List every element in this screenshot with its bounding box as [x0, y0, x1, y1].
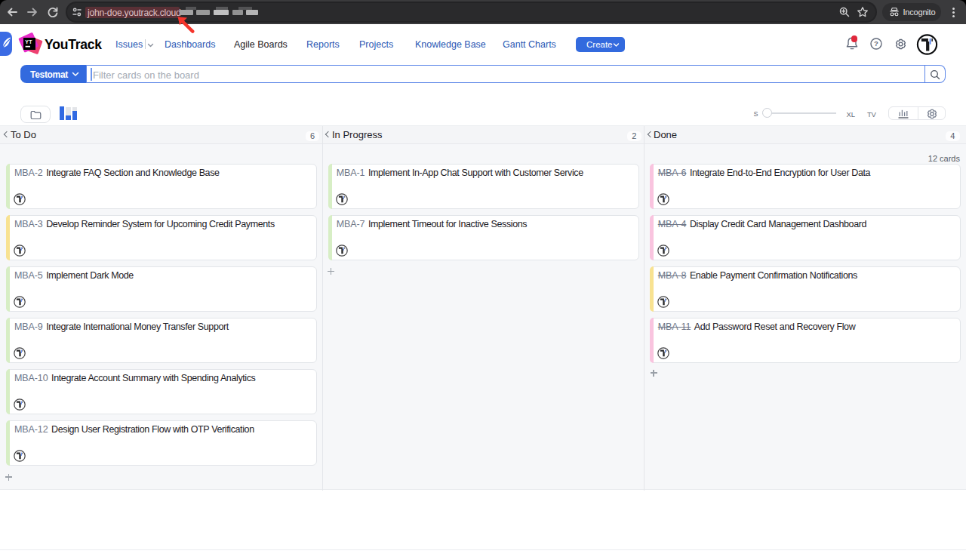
- svg-text:YT: YT: [25, 39, 32, 45]
- svg-text:?: ?: [874, 39, 878, 48]
